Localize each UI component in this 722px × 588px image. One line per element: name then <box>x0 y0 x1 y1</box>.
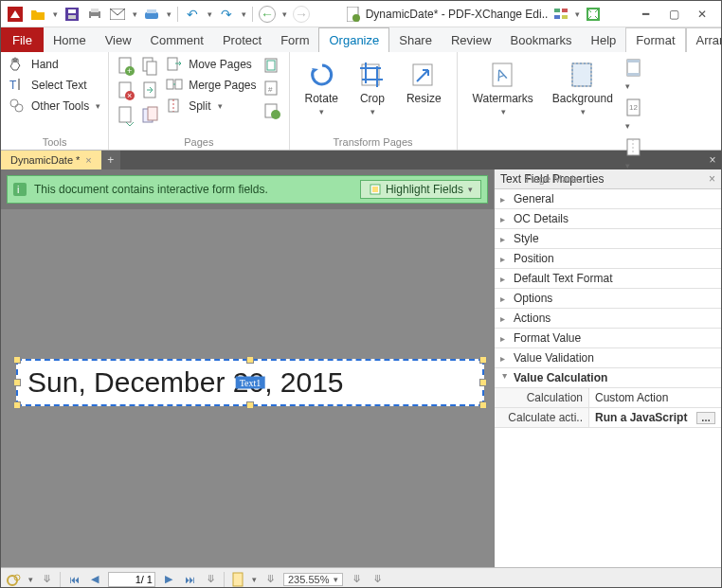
bates-icon[interactable]: 12▾ <box>624 98 643 132</box>
prop-default-text-format[interactable]: ▸Default Text Format <box>495 269 721 289</box>
crop-small-icon[interactable] <box>262 56 281 75</box>
redo-icon[interactable]: ↷ <box>218 6 235 23</box>
prop-actions[interactable]: ▸Actions <box>495 309 721 329</box>
hand-icon <box>9 56 26 73</box>
maximize-button[interactable]: ▢ <box>660 5 687 24</box>
pages-more-icon[interactable] <box>262 101 281 120</box>
next-page-icon[interactable]: ▶ <box>161 572 176 587</box>
other-tools[interactable]: Other Tools▾ <box>9 98 100 115</box>
merge-pages[interactable]: Merge Pages <box>166 77 256 94</box>
move-pages[interactable]: Move Pages <box>166 56 256 73</box>
prop-options[interactable]: ▸Options <box>495 289 721 309</box>
svg-rect-53 <box>627 60 640 62</box>
prop-general[interactable]: ▸General <box>495 189 721 209</box>
crop-button[interactable]: Crop▾ <box>350 56 395 120</box>
tab-home[interactable]: Home <box>44 27 96 52</box>
tab-comment[interactable]: Comment <box>141 27 213 52</box>
watermarks-button[interactable]: AWatermarks▾ <box>465 56 541 171</box>
fullscreen-icon[interactable] <box>586 7 601 22</box>
replace-page-icon[interactable] <box>141 80 160 101</box>
prop-value-calculation[interactable]: ▸Value Calculation <box>495 368 721 388</box>
open-icon[interactable] <box>29 6 46 23</box>
svg-rect-14 <box>554 15 560 19</box>
svg-rect-37 <box>175 80 182 89</box>
prop-style[interactable]: ▸Style <box>495 229 721 249</box>
close-doc-icon[interactable]: × <box>85 154 91 166</box>
extract-page-icon[interactable] <box>117 105 135 126</box>
print-icon[interactable] <box>86 6 103 23</box>
svg-rect-6 <box>91 16 99 20</box>
insert-page-icon[interactable]: + <box>117 56 135 77</box>
split-pages-icon <box>166 98 183 115</box>
mail-icon[interactable] <box>109 6 126 23</box>
svg-rect-12 <box>554 9 560 12</box>
undo-icon[interactable]: ↶ <box>184 6 201 23</box>
overlay-page-icon[interactable] <box>141 105 160 126</box>
select-text-tool[interactable]: TSelect Text <box>9 77 100 94</box>
page-layout-icon[interactable] <box>230 572 245 587</box>
prop-format-value[interactable]: ▸Format Value <box>495 329 721 348</box>
file-tab[interactable]: File <box>1 27 44 52</box>
tab-organize[interactable]: Organize <box>318 27 389 52</box>
tab-help[interactable]: Help <box>582 27 626 52</box>
tab-protect[interactable]: Protect <box>213 27 271 52</box>
save-icon[interactable] <box>63 6 81 23</box>
tab-view[interactable]: View <box>96 27 141 52</box>
zoom-extra-icon[interactable]: ⤋ <box>349 572 364 587</box>
prop-ocdetails[interactable]: ▸OC Details <box>495 209 721 229</box>
header-footer-icon[interactable]: ▾ <box>624 58 643 92</box>
svg-text:+: + <box>127 66 132 76</box>
number-small-icon[interactable]: # <box>262 79 281 98</box>
status-more-icon[interactable]: ⤋ <box>370 572 385 587</box>
calc-value[interactable]: Custom Action <box>589 388 721 407</box>
minimize-button[interactable]: ━ <box>632 5 659 24</box>
nav-more-icon[interactable]: ⤋ <box>203 572 218 587</box>
add-document-tab[interactable]: + <box>101 151 120 169</box>
window-title: DynamicDate* - PDF-XChange Edi.. <box>366 8 549 21</box>
zoom-more-icon[interactable]: ⤋ <box>262 572 278 587</box>
settings-icon[interactable] <box>553 7 569 22</box>
duplicate-page-icon[interactable] <box>141 56 160 77</box>
zoom-combo[interactable]: 235.55%▾ <box>283 573 343 586</box>
marks-more-icon[interactable]: ▾ <box>624 137 643 171</box>
tab-form[interactable]: Form <box>271 27 318 52</box>
hand-tool[interactable]: Hand <box>9 56 100 73</box>
tab-arrange[interactable]: Arrange <box>686 27 722 52</box>
prop-value-validation[interactable]: ▸Value Validation <box>495 348 721 368</box>
text-field-selection[interactable]: Sun, December 20, 2015 Text1 <box>16 359 484 406</box>
back-icon[interactable]: ← <box>259 6 276 23</box>
close-all-icon[interactable]: × <box>704 151 721 169</box>
scan-icon[interactable] <box>143 6 160 23</box>
tab-review[interactable]: Review <box>442 27 501 52</box>
document-tab[interactable]: DynamicDate *× <box>1 151 101 169</box>
tab-share[interactable]: Share <box>389 27 442 52</box>
expand-all-icon[interactable]: ⤋ <box>39 572 54 587</box>
calc-action-browse[interactable]: … <box>696 412 715 424</box>
tab-bookmarks[interactable]: Bookmarks <box>501 27 582 52</box>
last-page-icon[interactable]: ⏭ <box>182 572 197 587</box>
delete-page-icon[interactable]: × <box>117 80 135 101</box>
svg-text:#: # <box>268 85 273 94</box>
prop-position[interactable]: ▸Position <box>495 249 721 269</box>
svg-point-45 <box>271 110 280 119</box>
svg-rect-9 <box>147 9 156 13</box>
rotate-button[interactable]: Rotate▾ <box>298 56 346 120</box>
group-tools-title: Tools <box>9 134 100 148</box>
calc-action-label: Calculate acti.. <box>495 408 589 427</box>
svg-rect-59 <box>13 183 27 196</box>
close-button[interactable]: ✕ <box>689 5 715 24</box>
tab-format[interactable]: Format <box>625 27 685 52</box>
first-page-icon[interactable]: ⏮ <box>66 572 81 587</box>
svg-rect-34 <box>148 107 157 120</box>
close-properties-icon[interactable]: × <box>709 172 715 186</box>
background-button[interactable]: Background▾ <box>545 56 621 171</box>
resize-button[interactable]: Resize <box>399 56 449 120</box>
calc-action-value[interactable]: Run a JavaScript… <box>589 408 721 427</box>
options-gear-icon[interactable] <box>7 572 22 587</box>
page-input[interactable] <box>108 572 155 587</box>
prev-page-icon[interactable]: ◀ <box>87 572 102 587</box>
svg-rect-62 <box>372 187 378 192</box>
split-pages[interactable]: Split▾ <box>166 98 256 115</box>
highlight-fields-button[interactable]: Highlight Fields▾ <box>360 180 481 199</box>
forward-icon[interactable]: → <box>293 6 310 23</box>
